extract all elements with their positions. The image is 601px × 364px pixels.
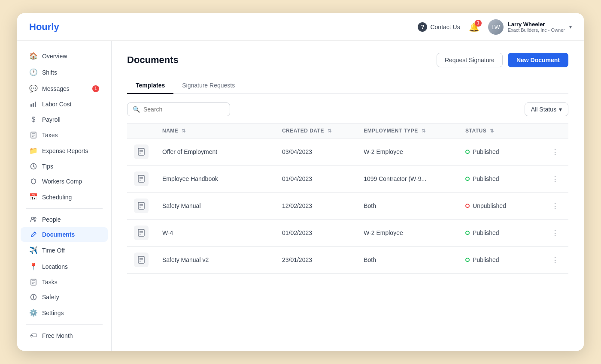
main-layout: 🏠 Overview 🕐 Shifts 💬 Messages 1 Labor C… (17, 41, 584, 351)
sidebar-item-messages[interactable]: 💬 Messages 1 (21, 81, 108, 96)
doc-icon-cell (127, 247, 155, 274)
status-dot (465, 204, 470, 208)
col-status-header: STATUS ⇅ (458, 123, 542, 138)
table-row[interactable]: W-4 01/02/2023 W-2 Employee Published ⋮ (127, 220, 568, 247)
calendar-icon: 📅 (29, 193, 38, 201)
sidebar-item-label: Tips (42, 163, 53, 170)
row-more-button[interactable]: ⋮ (549, 253, 562, 266)
row-actions-cell: ⋮ (542, 247, 568, 274)
doc-icon-cell (127, 220, 155, 247)
doc-status: Published (458, 220, 542, 247)
sidebar-item-labor-cost[interactable]: Labor Cost (21, 97, 108, 111)
plane-icon: ✈️ (29, 246, 38, 254)
location-pin-icon: 📍 (29, 262, 38, 271)
svg-point-8 (32, 217, 34, 220)
new-document-button[interactable]: New Document (508, 53, 568, 67)
svg-rect-2 (35, 102, 36, 107)
row-more-button[interactable]: ⋮ (549, 199, 562, 212)
sidebar-item-label: Time Off (42, 247, 65, 254)
sidebar-item-label: Overview (42, 53, 67, 60)
status-dot (465, 258, 470, 262)
sidebar-item-settings[interactable]: ⚙️ Settings (21, 305, 108, 321)
svg-rect-0 (30, 104, 32, 107)
search-input[interactable] (143, 106, 225, 113)
sidebar-item-label: Settings (42, 310, 64, 316)
sidebar-item-tasks[interactable]: Tasks (21, 275, 108, 289)
sidebar-item-people[interactable]: People (21, 212, 108, 227)
row-more-button[interactable]: ⋮ (549, 145, 562, 158)
help-icon: ? (418, 22, 427, 32)
avatar-image: LW (488, 19, 504, 35)
tag-icon: 🏷 (29, 332, 38, 340)
sidebar-item-scheduling[interactable]: 📅 Scheduling (21, 189, 108, 205)
svg-point-9 (34, 217, 36, 219)
status-filter-dropdown[interactable]: All Status ▾ (525, 102, 568, 116)
name-sort-icon[interactable]: ⇅ (182, 128, 185, 133)
tab-templates[interactable]: Templates (127, 78, 173, 94)
status-text: Unpublished (473, 202, 506, 209)
col-icon-header (127, 123, 155, 138)
sidebar-item-expense-reports[interactable]: 📁 Expense Reports (21, 143, 108, 159)
sidebar-item-label: Documents (42, 231, 75, 238)
status-text: Published (473, 229, 499, 236)
doc-icon-cell (127, 138, 155, 165)
doc-status: Published (458, 138, 542, 165)
tab-signature-requests[interactable]: Signature Requests (173, 78, 243, 94)
tips-icon (29, 163, 38, 170)
sidebar-item-locations[interactable]: 📍 Locations (21, 259, 108, 274)
doc-name: Employee Handbook (155, 165, 275, 193)
sidebar-item-free-month[interactable]: 🏷 Free Month (21, 328, 108, 343)
user-dropdown-arrow: ▾ (569, 24, 572, 30)
status-dot (465, 177, 470, 181)
sidebar-item-tips[interactable]: Tips (21, 159, 108, 174)
date-sort-icon[interactable]: ⇅ (328, 128, 331, 133)
notif-badge: 1 (475, 20, 482, 27)
search-icon: 🔍 (133, 106, 140, 113)
sidebar-item-overview[interactable]: 🏠 Overview (21, 48, 108, 64)
table-header: NAME ⇅ CREATED DATE ⇅ EMPLOYMENT TYPE ⇅ (127, 123, 568, 138)
row-more-button[interactable]: ⋮ (549, 226, 562, 239)
folder-icon: 📁 (29, 147, 38, 155)
doc-date: 03/04/2023 (275, 138, 357, 165)
table-row[interactable]: Employee Handbook 01/04/2023 1099 Contra… (127, 165, 568, 193)
sidebar-item-payroll[interactable]: $ Payroll (21, 112, 108, 127)
tabs-container: Templates Signature Requests (127, 78, 568, 94)
doc-status: Unpublished (458, 193, 542, 220)
status-text: Published (473, 148, 499, 155)
request-signature-button[interactable]: Request Signature (437, 53, 503, 67)
search-box[interactable]: 🔍 (127, 102, 230, 116)
table-row[interactable]: Safety Manual 12/02/2023 Both Unpublishe… (127, 193, 568, 220)
doc-date: 23/01/2023 (275, 247, 357, 274)
col-actions-header (542, 123, 568, 138)
doc-date: 01/04/2023 (275, 165, 357, 193)
document-icon (134, 171, 149, 186)
table-row[interactable]: Offer of Employment 03/04/2023 W-2 Emplo… (127, 138, 568, 165)
doc-name: W-4 (155, 220, 275, 247)
document-icon (134, 199, 149, 213)
emptype-sort-icon[interactable]: ⇅ (422, 128, 425, 133)
doc-employment-type: W-2 Employee (357, 138, 458, 165)
sidebar-item-time-off[interactable]: ✈️ Time Off (21, 242, 108, 258)
sidebar-item-label: People (42, 216, 61, 223)
doc-date: 12/02/2023 (275, 193, 357, 220)
status-sort-icon[interactable]: ⇅ (490, 128, 494, 133)
doc-employment-type: Both (357, 247, 458, 274)
row-actions-cell: ⋮ (542, 165, 568, 193)
contact-us-button[interactable]: ? Contact Us (418, 22, 460, 32)
gear-icon: ⚙️ (29, 309, 38, 317)
row-more-button[interactable]: ⋮ (549, 172, 562, 185)
table-row[interactable]: Safety Manual v2 23/01/2023 Both Publish… (127, 247, 568, 274)
sidebar-item-label: Workers Comp (42, 178, 82, 185)
sidebar-item-taxes[interactable]: Taxes (21, 128, 108, 142)
sidebar-item-safety[interactable]: Safety (21, 290, 108, 304)
notifications-button[interactable]: 🔔 1 (469, 22, 480, 32)
sidebar-item-label: Messages (42, 85, 70, 92)
sidebar-item-workers-comp[interactable]: Workers Comp (21, 174, 108, 189)
sidebar-item-documents[interactable]: Documents (21, 227, 108, 242)
sidebar-item-shifts[interactable]: 🕐 Shifts (21, 64, 108, 80)
user-menu[interactable]: LW Larry Wheeler Exact Builders, Inc - O… (488, 19, 572, 35)
shield-icon (29, 178, 38, 185)
clock-icon: 🕐 (29, 68, 38, 76)
sidebar-divider-1 (26, 208, 103, 209)
document-icon (134, 144, 149, 159)
